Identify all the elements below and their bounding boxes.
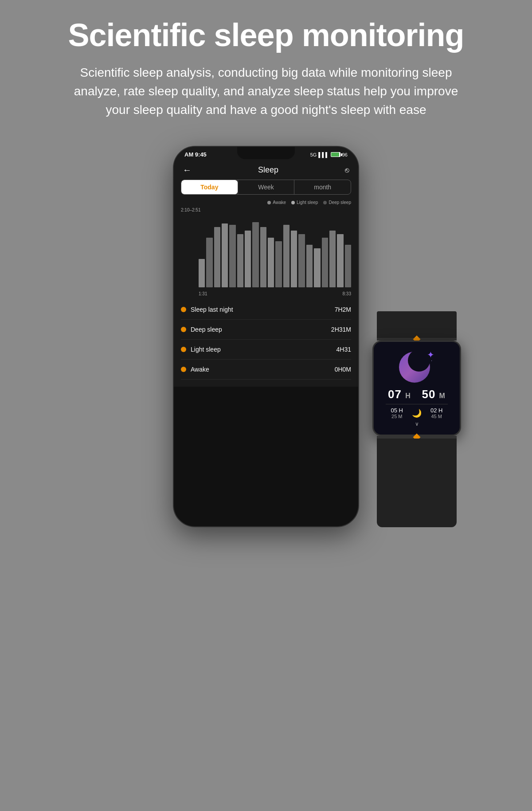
phone-notch	[237, 147, 295, 159]
legend-label-awake: Awake	[273, 200, 286, 205]
chart-end-time: 8:33	[343, 291, 351, 296]
watch-body: ✦ · 07 H 50 M	[364, 311, 470, 527]
stat-value-sleep: 7H2M	[335, 306, 351, 313]
watch-case: ✦ · 07 H 50 M	[372, 341, 461, 436]
stat-left-awake: Awake	[181, 366, 209, 373]
chart-x-labels: 1:31 8:33	[199, 291, 351, 296]
stat-value-awake: 0H0M	[335, 366, 351, 373]
stat-dot-light	[181, 347, 186, 352]
chart-bar	[291, 231, 297, 287]
stat-light-sleep: Light sleep 4H31	[181, 340, 351, 360]
chart-bar	[283, 225, 289, 287]
watch-minutes: 50	[422, 388, 435, 401]
network-indicator: 5G	[310, 152, 317, 157]
stat-label-light: Light sleep	[191, 346, 221, 353]
legend-deep-sleep: Deep sleep	[323, 200, 351, 205]
status-time: AM 9:45	[184, 151, 207, 158]
watch-sub-2: 02 H 45 M	[430, 407, 442, 419]
chart-bar	[260, 227, 266, 287]
tab-month[interactable]: month	[294, 180, 351, 194]
watch-sub-1: 05 H 25 M	[391, 407, 403, 419]
chart-bar	[199, 259, 205, 287]
legend-dot-light	[291, 201, 295, 204]
watch-hours: 07	[388, 388, 402, 401]
watch-divider	[386, 404, 447, 404]
signal-icon: ▌▌▌	[318, 152, 329, 157]
chart-bar	[298, 234, 305, 287]
chart-bar	[322, 238, 328, 287]
devices-container: AM 9:45 5G ▌▌▌ 96 ← Sleep	[27, 146, 505, 527]
stat-left-deep: Deep sleep	[181, 326, 222, 333]
app-title: Sleep	[258, 165, 278, 175]
chart-bar	[214, 227, 220, 287]
stat-value-deep: 2H31M	[331, 326, 351, 333]
battery-percent: 96	[342, 152, 348, 157]
chart-time-range: 2:10–2:51	[181, 208, 201, 212]
legend-dot-awake	[267, 201, 271, 204]
app-header: ← Sleep ⎋	[181, 160, 351, 180]
phone-inner: AM 9:45 5G ▌▌▌ 96 ← Sleep	[174, 147, 358, 526]
stat-value-light: 4H31	[336, 346, 351, 353]
watch-m-unit: M	[439, 392, 446, 400]
stat-dot-awake	[181, 367, 186, 372]
chart-bar	[337, 234, 343, 287]
subtitle: Scientific sleep analysis, conducting bi…	[66, 63, 466, 119]
chart-bar	[245, 231, 251, 287]
stats-list: Sleep last night 7H2M Deep sleep 2H31M	[181, 300, 351, 380]
legend-label-light: Light sleep	[297, 200, 318, 205]
watch-h-unit: H	[405, 392, 411, 400]
chart-bar	[345, 245, 351, 287]
moon-graphic: ✦ ·	[399, 349, 434, 385]
watch-button-right-2	[460, 386, 461, 395]
stat-label-deep: Deep sleep	[191, 326, 222, 333]
battery-icon	[331, 152, 340, 157]
chart-bar	[329, 231, 336, 287]
watch-chevron-icon: ∨	[415, 421, 419, 427]
watch-screen: ✦ · 07 H 50 M	[374, 342, 460, 435]
chart-bar	[222, 223, 228, 287]
chart-legend: Awake Light sleep Deep sleep	[181, 200, 351, 205]
watch-sub-2-top: 02 H	[430, 407, 442, 414]
watch-strap-top	[377, 311, 457, 338]
chart-bar	[306, 245, 313, 287]
tab-week[interactable]: Week	[238, 180, 294, 194]
stat-awake: Awake 0H0M	[181, 360, 351, 380]
stat-dot-deep	[181, 327, 186, 332]
sleep-chart: 2:10–2:51 1:31 8:33	[181, 208, 351, 296]
back-button[interactable]: ←	[183, 165, 192, 175]
legend-light-sleep: Light sleep	[291, 200, 318, 205]
watch-sub-1-bottom: 25 M	[391, 414, 403, 419]
chart-bar	[237, 234, 243, 287]
stat-sleep-last-night: Sleep last night 7H2M	[181, 300, 351, 320]
chart-bar	[252, 222, 258, 287]
watch-main-time: 07 H 50 M	[388, 388, 446, 401]
stat-left-light: Light sleep	[181, 346, 221, 353]
chart-bars	[199, 216, 351, 287]
legend-dot-deep	[323, 201, 327, 204]
phone: AM 9:45 5G ▌▌▌ 96 ← Sleep	[173, 146, 359, 527]
chart-bar	[206, 238, 212, 287]
stat-dot	[181, 307, 186, 312]
moon-small-icon: 🌙	[412, 408, 422, 418]
chart-start-time: 1:31	[199, 291, 207, 296]
watch-button-right	[460, 368, 461, 382]
chart-bar	[268, 238, 274, 287]
status-icons: 5G ▌▌▌ 96	[310, 152, 348, 157]
tabs-container: Today Week month	[181, 180, 351, 195]
watch-sub-times: 05 H 25 M 🌙 02 H 45 M	[391, 407, 443, 419]
app-screen: ← Sleep ⎋ Today Week month Awa	[174, 160, 358, 387]
legend-awake: Awake	[267, 200, 286, 205]
stat-label-awake: Awake	[191, 366, 209, 373]
main-title: Scientific sleep monitoring	[68, 18, 464, 53]
watch-sub-2-bottom: 45 M	[430, 414, 442, 419]
tab-today[interactable]: Today	[181, 180, 238, 194]
chart-bar	[229, 225, 235, 287]
stat-left: Sleep last night	[181, 306, 233, 313]
legend-label-deep: Deep sleep	[329, 200, 351, 205]
watch-sub-1-top: 05 H	[391, 407, 403, 414]
watch-container: ✦ · 07 H 50 M	[364, 311, 470, 527]
chart-bar	[314, 248, 320, 287]
page-wrapper: Scientific sleep monitoring Scientific s…	[0, 0, 532, 811]
share-icon[interactable]: ⎋	[345, 166, 349, 174]
stat-deep-sleep: Deep sleep 2H31M	[181, 320, 351, 340]
